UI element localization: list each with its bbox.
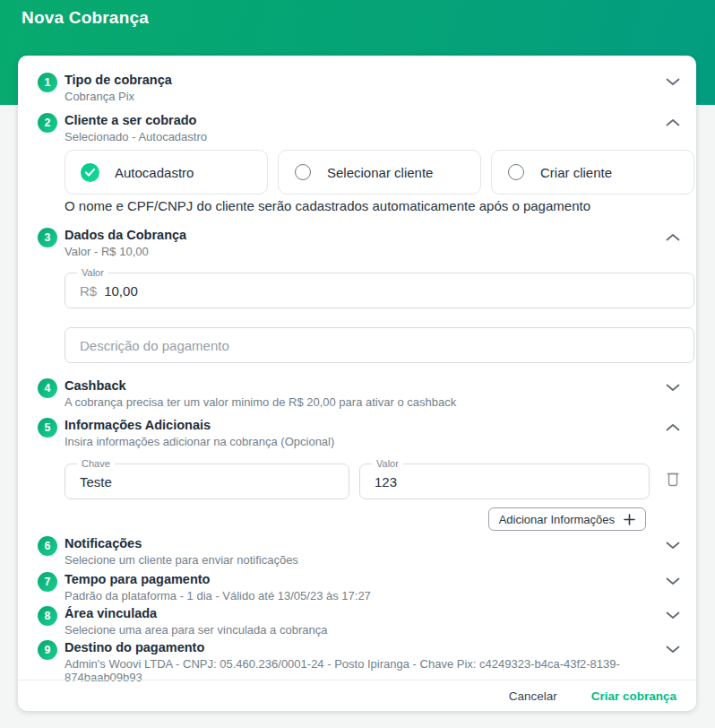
section-subtitle: A cobrança precisa ter um valor minimo d…: [65, 395, 657, 409]
section-notificacoes[interactable]: 6 Notificações Selecione um cliente para…: [38, 536, 680, 567]
section-title: Cashback: [65, 378, 657, 393]
section-title: Notificações: [65, 536, 657, 550]
section-title: Tipo de cobrança: [65, 73, 657, 87]
delete-row-button[interactable]: [665, 470, 681, 488]
section-informacoes-adicionais[interactable]: 5 Informações Adicionais Insira informaç…: [38, 418, 680, 448]
step-8-badge: 8: [38, 606, 57, 626]
section-subtitle: Cobrança Pix: [65, 90, 657, 103]
chevron-down-icon[interactable]: [666, 78, 680, 86]
trash-icon: [665, 470, 681, 488]
option-label: Selecionar cliente: [327, 165, 433, 180]
chevron-up-icon[interactable]: [666, 233, 680, 241]
add-information-button[interactable]: Adicionar Informações: [488, 507, 646, 531]
section-title: Informações Adicionais: [65, 418, 657, 432]
section-subtitle: Valor - R$ 10,00: [65, 245, 657, 258]
section-area-vinculada[interactable]: 8 Área vinculada Selecione uma area para…: [38, 606, 680, 637]
section-tempo-para-pagamento[interactable]: 7 Tempo para pagamento Padrão da platafo…: [38, 572, 680, 602]
key-input[interactable]: [80, 474, 334, 490]
additional-info-key-field: Chave: [65, 464, 349, 499]
section-title: Tempo para pagamento: [65, 572, 657, 586]
section-tipo-de-cobranca[interactable]: 1 Tipo de cobrança Cobrança Pix: [38, 73, 680, 103]
section-destino-do-pagamento[interactable]: 9 Destino do pagamento Admin's Woovi LTD…: [38, 640, 680, 684]
add-information-label: Adicionar Informações: [499, 513, 615, 526]
page-title: Nova Cobrança: [22, 8, 149, 28]
step-7-badge: 7: [38, 572, 57, 592]
step-2-badge: 2: [38, 113, 57, 133]
chevron-down-icon[interactable]: [666, 384, 680, 392]
chevron-down-icon[interactable]: [666, 611, 680, 620]
step-9-badge: 9: [38, 640, 57, 660]
chevron-up-icon[interactable]: [666, 423, 680, 431]
radio-unchecked-icon: [295, 164, 311, 180]
section-cashback[interactable]: 4 Cashback A cobrança precisa ter um val…: [38, 378, 680, 409]
currency-prefix: R$: [80, 283, 97, 299]
radio-unchecked-icon: [508, 164, 524, 180]
section-title: Área vinculada: [65, 606, 657, 620]
section-title: Dados da Cobrança: [65, 228, 657, 242]
cancel-button[interactable]: Cancelar: [505, 688, 561, 705]
section-title: Destino do pagamento: [65, 640, 657, 654]
option-label: Criar cliente: [540, 165, 612, 180]
plus-icon: [624, 514, 635, 525]
chevron-up-icon[interactable]: [666, 118, 680, 126]
client-type-options: Autocadastro Selecionar cliente Criar cl…: [65, 150, 694, 195]
chevron-down-icon[interactable]: [666, 542, 680, 550]
additional-info-value-field: Valor: [359, 464, 650, 499]
step-5-badge: 5: [38, 418, 57, 438]
create-charge-button[interactable]: Criar cobrança: [588, 688, 680, 705]
option-label: Autocadastro: [115, 165, 194, 180]
option-criar-cliente[interactable]: Criar cliente: [491, 150, 694, 195]
step-3-badge: 3: [38, 228, 57, 247]
chevron-down-icon[interactable]: [666, 577, 680, 585]
section-subtitle: Insira informações adicionar na cobrança…: [65, 435, 657, 448]
new-charge-form-card: 1 Tipo de cobrança Cobrança Pix 2 Client…: [18, 56, 696, 711]
section-subtitle: Selecione um cliente para enviar notific…: [65, 553, 657, 567]
section-subtitle: Selecionado - Autocadastro: [65, 130, 657, 143]
form-footer: Cancelar Criar cobrança: [18, 680, 696, 711]
section-cliente-a-ser-cobrado[interactable]: 2 Cliente a ser cobrado Selecionado - Au…: [38, 113, 680, 143]
option-autocadastro[interactable]: Autocadastro: [65, 150, 268, 195]
step-6-badge: 6: [38, 536, 57, 556]
section-subtitle: Selecione uma area para ser vinculada a …: [65, 623, 657, 637]
option-selecionar-cliente[interactable]: Selecionar cliente: [278, 150, 481, 195]
description-field: [65, 327, 694, 363]
section-title: Cliente a ser cobrado: [65, 113, 657, 127]
amount-field: Valor R$: [65, 273, 694, 308]
step-1-badge: 1: [38, 73, 57, 92]
amount-input[interactable]: [104, 283, 679, 299]
chevron-down-icon[interactable]: [666, 646, 680, 654]
step-4-badge: 4: [38, 378, 57, 398]
section-subtitle: Padrão da plataforma - 1 dia - Válido at…: [65, 589, 657, 602]
autocadastro-note: O nome e CPF/CNPJ do cliente serão cadas…: [65, 198, 590, 213]
check-circle-icon: [81, 163, 99, 182]
section-dados-da-cobranca[interactable]: 3 Dados da Cobrança Valor - R$ 10,00: [38, 228, 680, 258]
value-input[interactable]: [375, 474, 634, 490]
description-input[interactable]: [80, 338, 679, 353]
